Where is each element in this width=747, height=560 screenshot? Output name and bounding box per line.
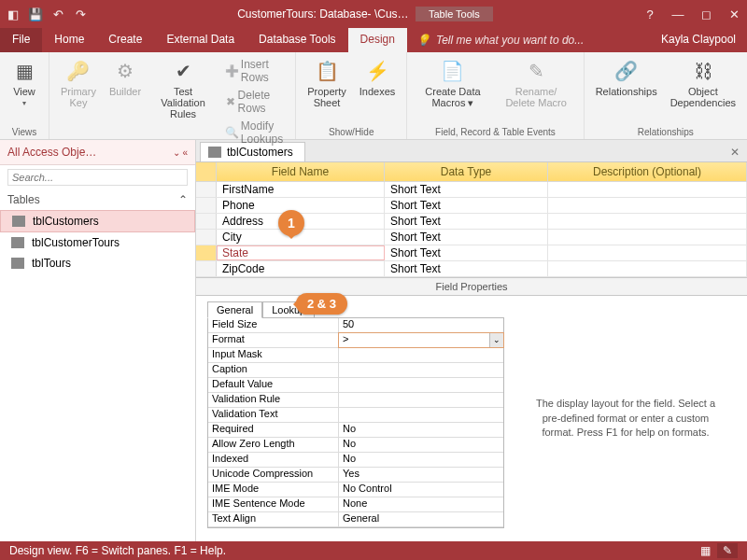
table-icon [11,258,24,269]
group-events-label: Field, Record & Table Events [415,125,575,137]
status-bar: Design view. F6 = Switch panes. F1 = Hel… [0,541,747,560]
close-icon[interactable]: ✕ [726,7,741,21]
tab-file[interactable]: File [0,28,42,52]
col-field-name[interactable]: Field Name [217,162,385,181]
save-icon[interactable]: 💾 [28,7,43,21]
create-data-macros-button[interactable]: 📄Create Data Macros ▾ [415,56,490,110]
ribbon: ▦ View ▾ Views 🔑Primary Key ⚙Builder ✔Te… [0,52,747,140]
nav-header[interactable]: All Access Obje… ⌄ « [0,140,195,165]
tell-me-placeholder: Tell me what you want to do... [436,34,584,47]
tab-create[interactable]: Create [96,28,154,52]
nav-search-input[interactable] [7,169,188,186]
ribbon-tabs: File Home Create External Data Database … [0,28,747,52]
view-icon: ▦ [11,58,37,84]
property-row[interactable]: Text AlignGeneral [208,512,503,527]
group-relationships-label: Relationships [592,125,740,137]
property-row[interactable]: Field Size50 [208,318,503,333]
property-row[interactable]: Caption [208,363,503,378]
group-views-label: Views [7,125,41,137]
context-tab-label: Table Tools [416,7,493,21]
chevron-down-icon[interactable]: ⌄ « [173,147,188,158]
design-view-btn[interactable]: ✎ [717,543,738,558]
fp-tab-general[interactable]: General [207,301,262,318]
design-view: tblCustomers ✕ Field Name Data Type Desc… [196,140,747,541]
nav-item-tblcustomertours[interactable]: tblCustomerTours [0,232,195,253]
property-help-text: The display layout for the field. Select… [532,397,719,440]
tell-me-search[interactable]: 💡 Tell me what you want to do... [407,28,650,52]
macro-icon: 📄 [440,58,466,84]
insert-rows-button[interactable]: ➕Insert Rows [221,56,288,86]
bulb-icon: 💡 [416,34,430,47]
property-row[interactable]: IME Sentence ModeNone [208,497,503,512]
test-validation-button[interactable]: ✔Test Validation Rules [150,56,216,121]
field-row[interactable]: StateShort Text [196,245,747,261]
redo-icon[interactable]: ↷ [73,7,88,21]
nav-item-tbltours[interactable]: tblTours [0,253,195,273]
property-row[interactable]: Default Value [208,378,503,393]
insert-row-icon: ➕ [225,63,239,78]
nav-title: All Access Obje… [7,146,96,159]
tab-external-data[interactable]: External Data [154,28,247,52]
property-row[interactable]: Format>⌄ [208,333,503,348]
property-row[interactable]: IME ModeNo Control [208,483,503,497]
property-row[interactable]: IndexedNo [208,453,503,468]
relationships-icon: 🔗 [613,58,640,84]
rename-icon: ✎ [523,58,549,84]
field-row[interactable]: ZipCodeShort Text [196,261,747,277]
view-label: View [13,86,35,97]
tab-home[interactable]: Home [42,28,96,52]
builder-button[interactable]: ⚙Builder [106,56,145,99]
tab-design[interactable]: Design [348,28,407,52]
undo-icon[interactable]: ↶ [50,7,65,21]
table-icon [11,237,24,248]
lookup-icon: 🔍 [225,125,239,140]
navigation-pane: All Access Obje… ⌄ « Tables⌃ tblCustomer… [0,140,196,541]
group-showhide-label: Show/Hide [303,125,399,137]
object-dependencies-button[interactable]: ⛓Object Dependencies [667,56,740,110]
nav-section-tables[interactable]: Tables⌃ [0,189,195,210]
minimize-icon[interactable]: — [670,7,685,21]
property-sheet-icon: 📋 [314,58,340,84]
window-title: CustomerTours: Database- \Cus… [237,7,408,21]
table-icon [12,216,25,227]
properties-table: Field Size50Format>⌄Input MaskCaptionDef… [207,317,504,528]
property-row[interactable]: RequiredNo [208,423,503,438]
table-icon [208,147,221,158]
status-text: Design view. F6 = Switch panes. F1 = Hel… [9,544,226,557]
collapse-icon: ⌃ [178,193,188,206]
callout-1: 1 [278,210,304,236]
indexes-button[interactable]: ⚡Indexes [356,56,400,99]
modify-lookups-button[interactable]: 🔍Modify Lookups [221,118,288,147]
app-icon: ◧ [6,7,21,21]
property-row[interactable]: Input Mask [208,348,503,363]
primary-key-button[interactable]: 🔑Primary Key [57,56,100,110]
property-row[interactable]: Validation Rule [208,393,503,408]
help-icon[interactable]: ? [642,7,657,21]
doc-close-icon[interactable]: ✕ [723,143,747,161]
property-sheet-button[interactable]: 📋Property Sheet [303,56,350,110]
key-icon: 🔑 [65,58,92,84]
property-row[interactable]: Validation Text [208,408,503,423]
tab-database-tools[interactable]: Database Tools [247,28,348,52]
col-data-type[interactable]: Data Type [385,162,548,181]
dropdown-icon[interactable]: ⌄ [489,333,503,347]
rename-delete-macro-button[interactable]: ✎Rename/ Delete Macro [497,56,576,110]
relationships-button[interactable]: 🔗Relationships [592,56,661,99]
field-row[interactable]: FirstNameShort Text [196,182,747,198]
callout-2-3: 2 & 3 [296,293,347,315]
datasheet-view-btn[interactable]: ▦ [695,543,715,558]
indexes-icon: ⚡ [364,58,390,84]
delete-row-icon: ✖ [225,94,236,109]
field-row[interactable]: PhoneShort Text [196,198,747,214]
property-row[interactable]: Allow Zero LengthNo [208,438,503,453]
nav-item-tblcustomers[interactable]: tblCustomers [0,210,195,232]
view-button[interactable]: ▦ View ▾ [7,56,41,109]
restore-icon[interactable]: ◻ [698,7,713,21]
delete-rows-button[interactable]: ✖Delete Rows [221,87,288,117]
title-bar: ◧ 💾 ↶ ↷ CustomerTours: Database- \Cus… T… [0,0,747,28]
builder-icon: ⚙ [112,58,138,84]
field-row[interactable]: CityShort Text [196,230,747,245]
property-row[interactable]: Unicode CompressionYes [208,468,503,483]
user-name[interactable]: Kayla Claypool [650,28,747,52]
col-description[interactable]: Description (Optional) [548,162,747,181]
